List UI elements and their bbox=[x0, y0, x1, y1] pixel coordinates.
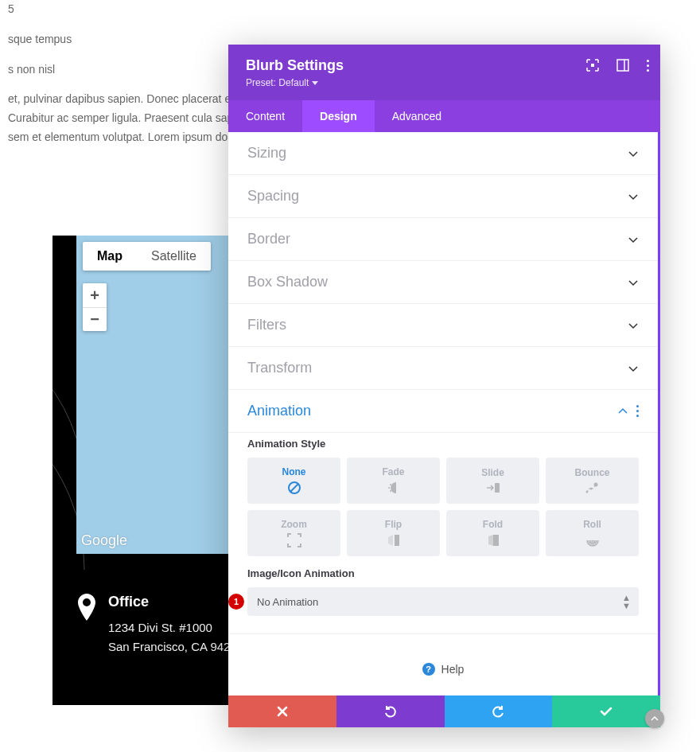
section-label: Transform bbox=[247, 360, 312, 376]
chevron-down-icon bbox=[628, 234, 639, 245]
office-address-line: 1234 Divi St. #1000 bbox=[108, 618, 230, 637]
section-transform[interactable]: Transform bbox=[228, 347, 658, 390]
section-sizing[interactable]: Sizing bbox=[228, 132, 658, 175]
kebab-menu-icon[interactable] bbox=[647, 60, 649, 72]
preset-label: Preset: Default bbox=[246, 77, 309, 88]
svg-rect-0 bbox=[591, 64, 594, 67]
animation-style-options: None Fade Slide Bounce Zoom bbox=[247, 458, 639, 556]
option-label: Roll bbox=[583, 519, 601, 530]
svg-rect-8 bbox=[495, 483, 500, 493]
tab-design[interactable]: Design bbox=[302, 100, 375, 132]
svg-point-11 bbox=[593, 483, 597, 487]
section-filters[interactable]: Filters bbox=[228, 304, 658, 347]
chevron-down-icon bbox=[628, 148, 639, 159]
roll-icon bbox=[585, 533, 600, 547]
location-pin-icon bbox=[76, 594, 97, 621]
flip-icon bbox=[387, 533, 401, 547]
modal-header: Blurb Settings Preset: Default bbox=[228, 45, 660, 100]
responsive-icon[interactable] bbox=[616, 59, 629, 72]
map-type-toggle: Map Satellite bbox=[83, 242, 211, 271]
modal-body: Sizing Spacing Border Box Shadow Filters… bbox=[228, 132, 660, 696]
section-label: Spacing bbox=[247, 188, 299, 205]
section-animation[interactable]: Animation bbox=[228, 390, 658, 433]
option-label: Zoom bbox=[281, 519, 307, 530]
annotation-badge: 1 bbox=[228, 594, 244, 610]
animation-option-zoom[interactable]: Zoom bbox=[247, 510, 340, 556]
svg-rect-1 bbox=[617, 60, 628, 71]
undo-button[interactable] bbox=[336, 696, 445, 727]
modal-footer bbox=[228, 696, 660, 727]
chevron-up-icon bbox=[651, 715, 659, 723]
none-icon bbox=[287, 481, 301, 495]
svg-point-6 bbox=[388, 487, 390, 489]
animation-option-flip[interactable]: Flip bbox=[347, 510, 440, 556]
floating-collapse-button[interactable] bbox=[645, 709, 664, 728]
section-menu-icon[interactable] bbox=[636, 405, 639, 417]
svg-rect-12 bbox=[395, 535, 399, 546]
option-label: None bbox=[282, 466, 306, 477]
settings-tabs: Content Design Advanced bbox=[228, 100, 660, 132]
fold-icon bbox=[486, 533, 500, 547]
close-icon bbox=[277, 706, 288, 717]
chevron-down-icon bbox=[628, 191, 639, 202]
help-label: Help bbox=[441, 663, 465, 676]
animation-option-roll[interactable]: Roll bbox=[546, 510, 639, 556]
section-label: Box Shadow bbox=[247, 274, 328, 290]
option-label: Fade bbox=[382, 466, 404, 477]
option-label: Slide bbox=[481, 467, 504, 478]
bg-fragment: 5 bbox=[8, 0, 692, 19]
map-type-satellite[interactable]: Satellite bbox=[137, 242, 211, 271]
help-row[interactable]: ? Help bbox=[228, 634, 658, 693]
redo-button[interactable] bbox=[445, 696, 553, 727]
section-border[interactable]: Border bbox=[228, 218, 658, 261]
office-heading: Office bbox=[108, 594, 230, 610]
map-type-map[interactable]: Map bbox=[83, 242, 137, 271]
animation-option-bounce[interactable]: Bounce bbox=[546, 458, 639, 504]
google-logo: Google bbox=[81, 532, 127, 549]
check-icon bbox=[600, 707, 612, 716]
section-label: Filters bbox=[247, 317, 286, 333]
animation-option-fold[interactable]: Fold bbox=[446, 510, 539, 556]
section-label: Sizing bbox=[247, 145, 286, 162]
blurb-settings-modal: Blurb Settings Preset: Default Content D… bbox=[228, 45, 660, 727]
select-value: No Animation bbox=[257, 596, 318, 608]
svg-point-5 bbox=[390, 484, 391, 485]
chevron-down-icon bbox=[628, 320, 639, 331]
expand-icon[interactable] bbox=[586, 59, 599, 72]
preset-selector[interactable]: Preset: Default bbox=[246, 77, 318, 88]
svg-line-4 bbox=[290, 484, 298, 492]
field-label-animation-style: Animation Style bbox=[247, 438, 639, 450]
office-address-line: San Francisco, CA 942 bbox=[108, 637, 230, 657]
chevron-down-icon bbox=[312, 81, 318, 85]
save-button[interactable] bbox=[552, 696, 660, 727]
chevron-down-icon bbox=[628, 277, 639, 288]
option-label: Bounce bbox=[574, 467, 609, 478]
image-animation-select[interactable]: 1 No Animation ▲▼ bbox=[247, 587, 639, 616]
fade-icon bbox=[387, 481, 401, 495]
chevron-down-icon bbox=[628, 363, 639, 374]
svg-point-7 bbox=[390, 490, 391, 492]
animation-option-none[interactable]: None bbox=[247, 458, 340, 504]
section-label: Animation bbox=[247, 403, 311, 419]
zoom-icon bbox=[287, 533, 301, 547]
bounce-icon bbox=[585, 481, 601, 494]
map-zoom-control: + − bbox=[83, 283, 107, 331]
animation-section-body: Animation Style None Fade Slide Bounce bbox=[228, 433, 658, 634]
animation-option-fade[interactable]: Fade bbox=[347, 458, 440, 504]
select-caret-icon: ▲▼ bbox=[622, 594, 631, 610]
animation-option-slide[interactable]: Slide bbox=[446, 458, 539, 504]
office-info: Office 1234 Divi St. #1000 San Francisco… bbox=[76, 594, 230, 657]
svg-rect-13 bbox=[493, 535, 499, 546]
section-label: Border bbox=[247, 231, 290, 247]
discard-button[interactable] bbox=[228, 696, 336, 727]
section-spacing[interactable]: Spacing bbox=[228, 175, 658, 218]
header-toolbar bbox=[586, 59, 649, 72]
slide-icon bbox=[485, 481, 501, 494]
tab-content[interactable]: Content bbox=[228, 100, 302, 132]
section-box-shadow[interactable]: Box Shadow bbox=[228, 261, 658, 304]
tab-advanced[interactable]: Advanced bbox=[375, 100, 459, 132]
chevron-up-icon bbox=[617, 406, 628, 417]
map-zoom-out[interactable]: − bbox=[83, 307, 107, 331]
option-label: Flip bbox=[385, 519, 402, 530]
map-zoom-in[interactable]: + bbox=[83, 283, 107, 307]
